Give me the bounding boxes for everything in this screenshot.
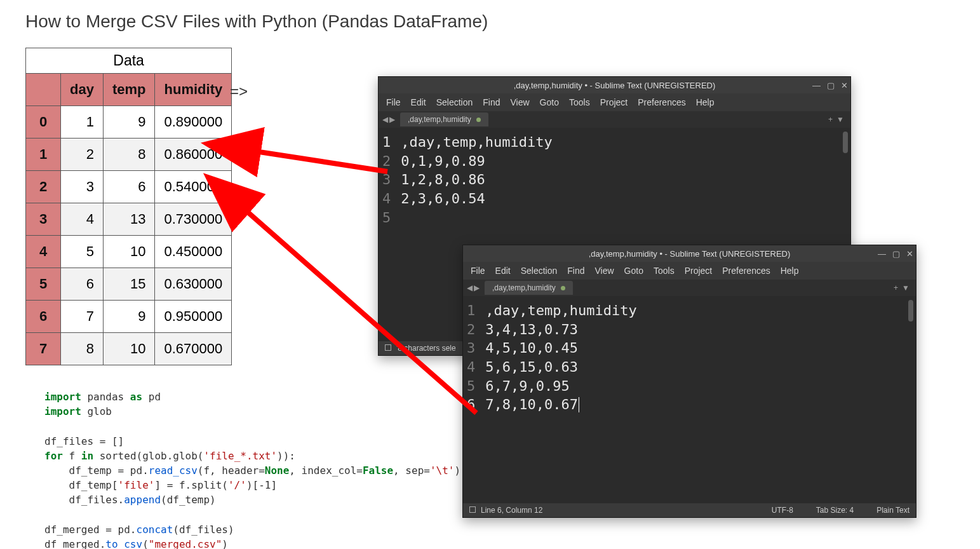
code-line: 6,7,9,0.95: [485, 377, 636, 396]
file-tab[interactable]: ,day,temp,humidity: [485, 281, 573, 295]
cell-humidity: 0.670000: [155, 333, 232, 365]
new-tab-icon[interactable]: +: [828, 115, 833, 124]
menubar: FileEditSelectionFindViewGotoToolsProjec…: [379, 93, 850, 111]
file-tab[interactable]: ,day,temp,humidity: [400, 112, 488, 126]
row-index: 2: [26, 171, 61, 203]
minimize-icon[interactable]: —: [878, 249, 886, 259]
tabbar: ◀▶ ,day,temp,humidity +▼: [463, 280, 916, 296]
window-title: ,day,temp,humidity • - Sublime Text (UNR…: [589, 249, 791, 259]
menu-project[interactable]: Project: [685, 266, 713, 276]
tab-prev-icon[interactable]: ◀: [467, 283, 473, 292]
row-index: 5: [26, 268, 61, 301]
menu-edit[interactable]: Edit: [411, 97, 426, 107]
menu-find[interactable]: Find: [567, 266, 584, 276]
minimize-icon[interactable]: —: [812, 81, 821, 90]
menu-file[interactable]: File: [386, 97, 401, 107]
code-line: 1,2,8,0.86: [401, 170, 552, 189]
cell-humidity: 0.630000: [155, 268, 232, 301]
menu-file[interactable]: File: [471, 266, 485, 276]
cell-temp: 8: [103, 139, 155, 171]
cell-day: 7: [61, 301, 104, 333]
menu-goto[interactable]: Goto: [624, 266, 643, 276]
line-number: 4: [467, 358, 475, 377]
cell-temp: 6: [103, 171, 155, 203]
status-left: Line 6, Column 12: [481, 506, 542, 515]
table-row: 3 4 13 0.730000: [26, 203, 232, 236]
editor-area[interactable]: 123456 ,day,temp,humidity3,4,13,0.734,5,…: [463, 296, 916, 503]
tab-next-icon[interactable]: ▶: [474, 283, 480, 292]
status-encoding[interactable]: UTF-8: [772, 506, 793, 515]
table-corner: [26, 74, 61, 106]
row-index: 7: [26, 333, 61, 365]
code-line: 2,3,6,0.54: [401, 189, 552, 208]
code-line: 4,5,10,0.45: [485, 339, 636, 358]
statusbar: Line 6, Column 12 UTF-8 Tab Size: 4 Plai…: [463, 503, 916, 517]
line-number: 1: [382, 133, 391, 152]
code-line: 0,1,9,0.89: [401, 152, 552, 171]
menu-selection[interactable]: Selection: [521, 266, 558, 276]
status-square-icon: [469, 506, 476, 513]
row-index: 0: [26, 106, 61, 139]
cell-humidity: 0.450000: [155, 236, 232, 268]
cell-temp: 9: [103, 301, 155, 333]
menu-view[interactable]: View: [595, 266, 614, 276]
code-line: 3,4,13,0.73: [485, 320, 636, 339]
cell-temp: 15: [103, 268, 155, 301]
maximize-icon[interactable]: ▢: [892, 249, 900, 259]
menu-project[interactable]: Project: [600, 97, 628, 107]
cell-day: 8: [61, 333, 104, 365]
new-tab-icon[interactable]: +: [894, 283, 898, 292]
status-syntax[interactable]: Plain Text: [876, 506, 910, 515]
menu-tools[interactable]: Tools: [569, 97, 590, 107]
menu-preferences[interactable]: Preferences: [722, 266, 770, 276]
tab-next-icon[interactable]: ▶: [389, 115, 395, 124]
row-index: 1: [26, 139, 61, 171]
cell-humidity: 0.890000: [155, 106, 232, 139]
line-number: 5: [382, 208, 391, 227]
menu-view[interactable]: View: [511, 97, 530, 107]
status-indent[interactable]: Tab Size: 4: [816, 506, 854, 515]
cell-temp: 9: [103, 106, 155, 139]
cell-day: 1: [61, 106, 104, 139]
menu-help[interactable]: Help: [781, 266, 799, 276]
close-icon[interactable]: ✕: [841, 81, 848, 90]
row-index: 3: [26, 203, 61, 236]
sublime-window-2: ,day,temp,humidity • - Sublime Text (UNR…: [462, 245, 916, 518]
window-title: ,day,temp,humidity • - Sublime Text (UNR…: [514, 81, 716, 90]
table-row: 1 2 8 0.860000: [26, 139, 232, 171]
tab-menu-icon[interactable]: ▼: [836, 115, 844, 124]
code-line: ,day,temp,humidity: [485, 301, 636, 320]
maximize-icon[interactable]: ▢: [827, 81, 835, 90]
dataframe-table: Data day temp humidity 0 1 9 0.8900001 2…: [25, 48, 232, 365]
table-row: 5 6 15 0.630000: [26, 268, 232, 301]
menu-preferences[interactable]: Preferences: [638, 97, 685, 107]
status-square-icon: [385, 344, 391, 351]
close-icon[interactable]: ✕: [906, 249, 913, 259]
cell-temp: 10: [103, 333, 155, 365]
titlebar[interactable]: ,day,temp,humidity • - Sublime Text (UNR…: [463, 245, 916, 262]
scrollbar[interactable]: [907, 296, 915, 503]
menu-selection[interactable]: Selection: [436, 97, 473, 107]
code-line: [401, 208, 552, 227]
table-row: 7 8 10 0.670000: [26, 333, 232, 365]
line-number: 2: [382, 152, 391, 171]
tab-prev-icon[interactable]: ◀: [382, 115, 388, 124]
cell-day: 3: [61, 171, 104, 203]
menu-goto[interactable]: Goto: [540, 97, 559, 107]
menu-tools[interactable]: Tools: [654, 266, 675, 276]
row-index: 4: [26, 236, 61, 268]
cell-day: 6: [61, 268, 104, 301]
menu-edit[interactable]: Edit: [495, 266, 511, 276]
unsaved-dot-icon: [561, 286, 565, 290]
row-index: 6: [26, 301, 61, 333]
table-row: 4 5 10 0.450000: [26, 236, 232, 268]
tab-menu-icon[interactable]: ▼: [902, 283, 910, 292]
menu-find[interactable]: Find: [483, 97, 500, 107]
titlebar[interactable]: ,day,temp,humidity • - Sublime Text (UNR…: [379, 77, 850, 93]
tab-label: ,day,temp,humidity: [492, 283, 556, 292]
line-number: 6: [467, 395, 475, 414]
col-humidity: humidity: [155, 74, 232, 106]
arrow-file1: [251, 151, 387, 172]
code-line: 7,8,10,0.67: [485, 395, 636, 414]
menu-help[interactable]: Help: [696, 97, 715, 107]
